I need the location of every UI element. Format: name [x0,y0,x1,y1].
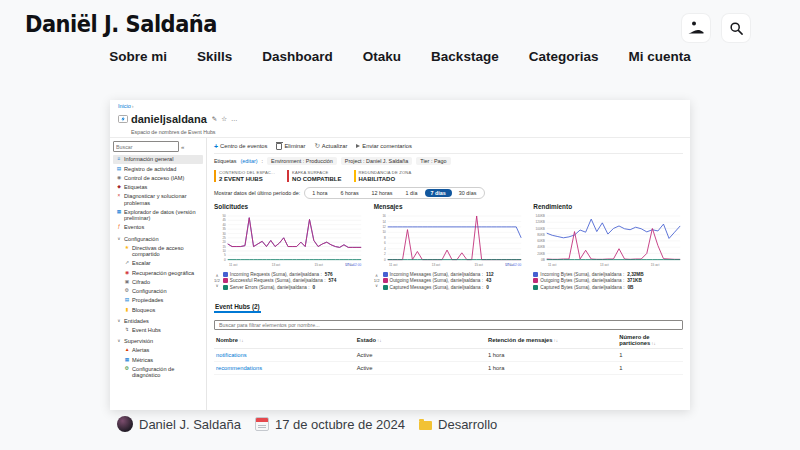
column-header[interactable]: Retención de mensajes↑↓ [486,331,617,349]
svg-text:20: 20 [222,240,226,244]
table-cell: Active [355,349,486,362]
period-label: Mostrar datos del último período de: [214,190,300,196]
sidebar-item[interactable]: ▤Registro de actividad [113,164,203,173]
nav-item-mi-cuenta[interactable]: Mi cuenta [628,49,690,64]
sidebar-search-input[interactable] [113,141,179,152]
sidebar-item-label: Supervisión [124,338,153,344]
event-hubs-tab[interactable]: Event Hubs (2) [214,303,261,313]
diagnostic-settings-icon: ⚙ [124,366,130,372]
properties-icon: ▤ [124,297,130,303]
period-option[interactable]: 12 horas [366,189,399,197]
column-header[interactable]: Nombre↑↓ [214,331,355,349]
stat-chip: KAFKA SURFACENO COMPATIBLE [287,170,341,182]
portal-main: +Centro de eventosEliminar↻ActualizarEnv… [207,138,690,410]
author-name[interactable]: Daniel J. Saldaña [139,417,241,432]
period-option[interactable]: 1 día [400,189,424,197]
nav-item-dashboard[interactable]: Dashboard [262,49,333,64]
svg-text:25: 25 [222,236,226,240]
table-row[interactable]: notificationsActive1 hora1 [214,349,683,362]
sidebar-item[interactable]: ×Diagnosticar y solucionar problemas [113,192,203,208]
svg-text:0: 0 [224,258,226,262]
sidebar-item-label: Control de acceso (IAM) [124,175,184,181]
legend-swatch [533,272,538,277]
sidebar-item[interactable]: ◆Etiquetas [113,183,203,192]
sidebar-item[interactable]: ↗Escalar [113,259,203,268]
collapse-sidebar-icon[interactable]: « [181,144,184,150]
nav-item-otaku[interactable]: Otaku [363,49,401,64]
locks-icon: ▮ [124,307,130,313]
sidebar-item[interactable]: ∨Configuración [113,234,203,243]
site-logo[interactable]: Daniël J. Saldaña [25,11,217,37]
toolbar-add-button[interactable]: +Centro de eventos [214,143,267,150]
sidebar-item[interactable]: ƒEventos [113,223,203,232]
breadcrumb-separator: › [132,103,134,109]
legend-pager[interactable]: ∧1/2∨ [214,274,220,288]
edit-icon[interactable]: ✎ [212,115,217,123]
svg-text:15 oct: 15 oct [314,263,323,267]
svg-text:4: 4 [384,247,386,251]
sidebar-item[interactable]: ▤Propiedades [113,296,203,305]
stat-label: REDUNDANCIA DE ZONA [359,170,412,175]
events-icon: ƒ [116,224,122,230]
scale-icon: ↗ [124,260,130,266]
toolbar-delete-button[interactable]: Eliminar [276,142,305,150]
legend-label: Captured Bytes (Suma), danieljsaldana : [540,285,624,290]
breadcrumb-link[interactable]: Inicio [118,103,131,109]
search-icon[interactable] [722,14,750,42]
column-header[interactable]: Estado↑↓ [355,331,486,349]
post-category[interactable]: Desarrollo [438,417,497,432]
toolbar-feedback-button[interactable]: Enviar comentarios [356,143,412,149]
sidebar-item-label: Etiquetas [124,184,147,190]
mountain-icon[interactable] [682,14,710,42]
svg-text:15: 15 [222,245,226,249]
refresh-icon: ↻ [314,143,319,150]
period-option[interactable]: 30 días [453,189,483,197]
period-option[interactable]: 1 hora [306,189,333,197]
table-row[interactable]: recommendationsActive1 hora1 [214,362,683,375]
sidebar-item[interactable]: ▦Explorador de datos (versión preliminar… [113,207,203,223]
sidebar-item[interactable]: ⚙Configuración [113,287,203,296]
sidebar-item[interactable]: ∨Entidades [113,316,203,325]
nav-item-sobre-mi[interactable]: Sobre mi [109,49,167,64]
event-hubs-filter-input[interactable] [214,320,683,330]
sidebar-item[interactable]: ▦Métricas [113,355,203,364]
sidebar-item[interactable]: ◉Recuperación geográfica [113,268,203,277]
sidebar-item-label: Propiedades [132,297,163,303]
breadcrumb: Inicio› [118,103,682,109]
period-option[interactable]: 6 horas [335,189,365,197]
edit-tags-link[interactable]: (editar) [240,158,257,164]
sidebar-item[interactable]: ∨Supervisión [113,337,203,346]
sidebar-item[interactable]: ◉Control de acceso (IAM) [113,173,203,182]
sidebar-item[interactable]: ★Directivas de acceso compartido [113,243,203,259]
chart-legend: Incoming Bytes (Suma), danieljsaldana :2… [533,272,683,292]
sidebar-item[interactable]: ⚙Configuración de diagnóstico [113,364,203,380]
tags-label: Etiquetas [214,158,236,164]
nav-item-categorias[interactable]: Categorias [529,49,599,64]
sidebar-item[interactable]: ▮Bloqueos [113,305,203,314]
event-hub-name-link[interactable]: recommendations [214,362,355,375]
legend-pager[interactable]: ∧1/2∨ [374,274,380,288]
sidebar-item[interactable]: ↯Event Hubs [113,326,203,335]
event-hubs-section: Event Hubs (2) Nombre↑↓Estado↑↓Retención… [214,295,683,375]
sidebar-item-label: Bloqueos [132,307,155,313]
sidebar-item[interactable]: ▣Cifrado [113,278,203,287]
legend-label: Incoming Requests (Suma), danieljsaldana… [230,272,322,277]
favorite-star-icon[interactable]: ☆ [221,115,227,123]
sidebar-item[interactable]: ▲Alertas [113,346,203,355]
svg-text:120KB: 120KB [536,220,545,224]
post-date: 17 de octubre de 2024 [275,417,405,432]
toolbar-refresh-button[interactable]: ↻Actualizar [314,143,347,150]
more-options-icon[interactable]: … [231,115,238,123]
nav-item-skills[interactable]: Skills [197,49,232,64]
nav-item-backstage[interactable]: Backstage [431,49,499,64]
event-hub-name-link[interactable]: notifications [214,349,355,362]
chart-legend: Incoming Messages (Suma), danieljsaldana… [383,272,524,292]
table-cell: 1 hora [486,362,617,375]
stat-label: CONTENIDO DEL ESPAC... [219,170,275,175]
sidebar-item[interactable]: ≡Información general [113,155,203,164]
period-option[interactable]: 7 días [425,189,452,197]
sidebar-item-label: Información general [124,156,173,162]
sort-icon: ↑↓ [651,341,656,346]
tag-pill: Project : Daniel J. Saldaña [341,157,413,165]
column-header[interactable]: Número de particiones↑↓ [617,331,683,349]
